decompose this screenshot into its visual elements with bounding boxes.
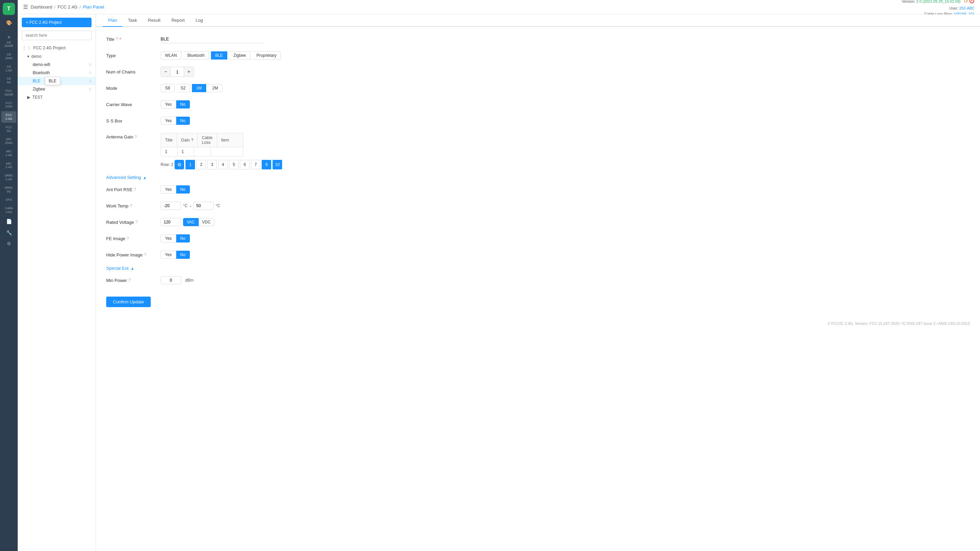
vac-button[interactable]: VAC bbox=[183, 218, 199, 226]
tree-item-zigbee[interactable]: Zigbee ⎘ bbox=[18, 85, 95, 93]
carrier-wave-yes[interactable]: Yes bbox=[161, 100, 176, 108]
num-chains-input[interactable] bbox=[170, 67, 184, 76]
vdc-button[interactable]: VDC bbox=[199, 218, 215, 226]
version-value[interactable]: 2.0 (2021.09.29_16.02.58) bbox=[916, 0, 961, 3]
tab-plan[interactable]: Plan bbox=[103, 14, 123, 27]
min-power-input[interactable] bbox=[161, 276, 181, 284]
tab-result[interactable]: Result bbox=[143, 14, 166, 27]
label-mode: Mode bbox=[106, 86, 161, 91]
sidebar-item-cableloss[interactable]: CableLoss bbox=[2, 205, 16, 216]
help-icon-fe-image[interactable]: ? bbox=[127, 236, 129, 241]
confirm-update-button[interactable]: Confirm Update bbox=[106, 297, 151, 307]
sidebar-item-mic24g2[interactable]: MIC2.4G bbox=[2, 160, 16, 171]
page-btn-2[interactable]: 2 bbox=[196, 160, 206, 169]
mode-s8[interactable]: S8 bbox=[161, 84, 175, 92]
search-input[interactable] bbox=[22, 30, 92, 40]
help-icon-work-temp[interactable]: ? bbox=[130, 203, 132, 208]
type-wlan[interactable]: WLAN bbox=[161, 51, 181, 60]
type-proprietary[interactable]: Proprietary bbox=[253, 51, 281, 60]
hide-power-image-no[interactable]: No bbox=[176, 251, 190, 259]
refresh-icon[interactable]: ↺ bbox=[964, 0, 968, 4]
ant-port-rse-no[interactable]: No bbox=[176, 185, 190, 194]
ant-port-rse-yes[interactable]: Yes bbox=[161, 185, 176, 194]
sidebar-item-fcc5g[interactable]: FCC5G bbox=[2, 124, 16, 135]
tab-task[interactable]: Task bbox=[123, 14, 143, 27]
sidebar-item-fcc24g[interactable]: FCC2.4G bbox=[2, 111, 16, 123]
mode-s2[interactable]: S2 bbox=[177, 84, 190, 92]
sidebar-item-fcc5gnr[interactable]: FCC5GNR bbox=[2, 87, 16, 98]
tree-test-group[interactable]: ▶ TEST bbox=[18, 93, 95, 102]
fe-image-no[interactable]: No bbox=[176, 234, 190, 243]
mode-1m[interactable]: 1M bbox=[192, 84, 206, 92]
work-temp-max-input[interactable] bbox=[193, 202, 214, 210]
num-chains-decrement[interactable]: − bbox=[161, 67, 170, 76]
sidebar-item-palette[interactable]: 🎨 bbox=[2, 18, 16, 29]
fe-image-yes[interactable]: Yes bbox=[161, 234, 176, 243]
sidebar-item-mic234g[interactable]: MIC234G bbox=[2, 135, 16, 147]
type-bluetooth[interactable]: Bluetooth bbox=[183, 51, 209, 60]
help-icon-ant-port-rse[interactable]: ? bbox=[134, 187, 136, 192]
sidebar-item-fcc234g[interactable]: FCC234G bbox=[2, 99, 16, 111]
sidebar-item-doc[interactable]: 📄 bbox=[2, 217, 16, 227]
help-icon-rated-voltage[interactable]: ? bbox=[135, 220, 138, 224]
tree-item-label-demo-wifi: demo-wifi bbox=[33, 62, 50, 67]
help-icon-title[interactable]: ? bbox=[116, 37, 118, 41]
sbox-no[interactable]: No bbox=[176, 117, 190, 125]
mode-2m[interactable]: 2M bbox=[208, 84, 223, 92]
help-icon-min-power[interactable]: ? bbox=[128, 278, 130, 283]
top-header: ☰ Dashboard / FCC 2.4G / Plan Panel Vers… bbox=[18, 0, 980, 14]
sidebar-item-ce5gnr[interactable]: ≡ CE5GNR bbox=[2, 32, 16, 50]
advanced-setting-heading[interactable]: Advanced Setting ▲ bbox=[106, 175, 970, 180]
hamburger-button[interactable]: ☰ bbox=[23, 4, 28, 10]
page-btn-10[interactable]: 10 bbox=[272, 160, 282, 169]
sidebar-item-ce5g[interactable]: CE5G bbox=[2, 75, 16, 86]
th-title: Title bbox=[161, 133, 177, 147]
sidebar-item-mic24g[interactable]: MIC2.4G bbox=[2, 148, 16, 159]
type-ble[interactable]: BLE bbox=[211, 51, 227, 60]
type-zigbee[interactable]: Zigbee bbox=[229, 51, 250, 60]
sidebar-item-srrc5g[interactable]: SRRC5G bbox=[2, 184, 16, 195]
num-chains-increment[interactable]: + bbox=[184, 67, 194, 76]
special-eut-heading[interactable]: Special Eut ▲ bbox=[106, 266, 970, 271]
page-btn-4[interactable]: 4 bbox=[218, 160, 228, 169]
tab-report[interactable]: Report bbox=[166, 14, 190, 27]
sidebar-item-tools[interactable]: 🔧 bbox=[2, 228, 16, 238]
label-fe-image: FE Image ? bbox=[106, 236, 161, 241]
rated-voltage-input[interactable] bbox=[161, 218, 181, 226]
user-value[interactable]: 252-ABC bbox=[959, 6, 975, 10]
sidebar-item-settings[interactable]: ⚙ bbox=[2, 239, 16, 249]
antenna-tbody: 1 1 bbox=[161, 147, 243, 156]
temp-unit-right: °C bbox=[216, 203, 220, 208]
help-icon-antenna-gain[interactable]: ? bbox=[135, 135, 137, 140]
power-icon[interactable]: ⏻ bbox=[969, 0, 975, 4]
help-icon-gain[interactable]: ? bbox=[191, 138, 194, 143]
sidebar-item-dfs[interactable]: DFS bbox=[2, 196, 16, 204]
title-input[interactable] bbox=[161, 35, 263, 43]
label-carrier-wave: Carrier Wave bbox=[106, 102, 161, 107]
work-temp-min-input[interactable] bbox=[161, 202, 181, 210]
sidebar-item-srrc24g[interactable]: SRRC2.4G bbox=[2, 172, 16, 183]
help-icon-hide-power-image[interactable]: ? bbox=[144, 252, 146, 257]
tree-item-demo-wifi[interactable]: demo-wifi ⎘ bbox=[18, 60, 95, 69]
tree-item-label-zigbee: Zigbee bbox=[33, 87, 45, 92]
page-btn-8[interactable]: 8 bbox=[262, 160, 271, 169]
page-btn-1[interactable]: 1 bbox=[185, 160, 195, 169]
sidebar-item-ce24g[interactable]: CE2.4G bbox=[2, 63, 16, 75]
tree-project-label[interactable]: ⋮⋮ FCC 2.4G Project bbox=[18, 43, 95, 52]
add-project-button[interactable]: + FCC 2.4G Project bbox=[22, 18, 92, 27]
page-btn-5[interactable]: 5 bbox=[229, 160, 239, 169]
page-btn-6[interactable]: 6 bbox=[240, 160, 250, 169]
breadcrumb-dashboard[interactable]: Dashboard bbox=[30, 5, 52, 10]
pagination-settings-button[interactable]: ⚙ bbox=[175, 160, 184, 169]
tree-item-bluetooth[interactable]: Bluetooth ⎘ bbox=[18, 69, 95, 77]
tab-log[interactable]: Log bbox=[190, 14, 208, 27]
breadcrumb-fcc24g[interactable]: FCC 2.4G bbox=[57, 5, 78, 10]
page-btn-7[interactable]: 7 bbox=[251, 160, 260, 169]
hide-power-image-yes[interactable]: Yes bbox=[161, 251, 176, 259]
carrier-wave-no[interactable]: No bbox=[176, 100, 190, 108]
sidebar-item-ce234g[interactable]: CE234G bbox=[2, 51, 16, 62]
tree-demo-group[interactable]: ▾ demo bbox=[18, 52, 95, 60]
page-btn-3[interactable]: 3 bbox=[207, 160, 217, 169]
tree-item-ble[interactable]: BLE ⎘ BLE bbox=[18, 77, 95, 85]
sbox-yes[interactable]: Yes bbox=[161, 117, 176, 125]
